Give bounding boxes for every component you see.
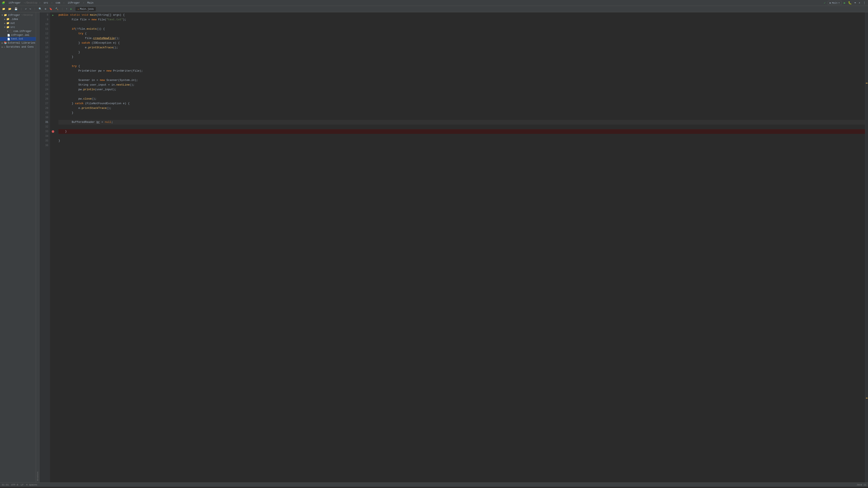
run-button[interactable]: ▶ [843, 1, 846, 5]
code-line-22: Scanner in = new Scanner(System.in); [59, 78, 865, 83]
separator2: | [33, 7, 37, 11]
arrow-icon: ▶ [1, 14, 4, 16]
breakpoint-33[interactable] [50, 129, 56, 134]
find-btn[interactable]: 🔍 [37, 7, 43, 11]
status-line-ending: LF [21, 484, 24, 486]
gutter-36 [50, 143, 56, 148]
gutter-16 [50, 50, 56, 55]
active-file-tab[interactable]: ☕ Main.java [75, 7, 96, 11]
sidebar-label-itproger: itProger [8, 14, 20, 17]
folder-icon: 📁 [6, 26, 9, 29]
sidebar-item-com-itproger[interactable]: ▶ ⬛ com.itProger [0, 29, 36, 33]
save-btn[interactable]: 💾 [13, 7, 19, 11]
sidebar-label-out: out [10, 22, 15, 25]
ln-8: 8 [39, 13, 48, 18]
gutter-30 [50, 115, 56, 120]
ln-31: 31 [39, 120, 48, 125]
settings-btn[interactable]: ⚙ [43, 7, 48, 11]
sidebar-label-src: src [10, 26, 15, 29]
redo-btn[interactable]: ↪ [28, 7, 32, 11]
status-indent: 4 spaces [26, 484, 37, 486]
run-config-dropdown-icon[interactable]: ▾ [838, 1, 840, 4]
arrow-icon: ▶ [4, 18, 5, 21]
ln-25: 25 [39, 92, 48, 97]
ln-21: 21 [39, 73, 48, 78]
status-encoding: UTF-8 [11, 484, 18, 486]
ln-23: 23 [39, 83, 48, 87]
code-line-8: public static void main(String[] args) { [59, 13, 865, 18]
arrow-icon: ▶ [4, 22, 5, 25]
coverage-button[interactable]: ☂ [854, 1, 856, 5]
run-configuration[interactable]: ▶ Main ▾ [828, 1, 842, 5]
run2-btn[interactable]: ▶ [69, 7, 73, 11]
code-line-36 [59, 143, 865, 148]
undo-btn[interactable]: ↩ [24, 7, 28, 11]
file-icon: 📄 [7, 38, 10, 40]
sidebar-item-iml[interactable]: 📄 itProger.iml [0, 33, 36, 37]
right-scroll-gutter[interactable] [865, 12, 868, 483]
nav-main[interactable]: Main [86, 1, 95, 5]
profile-button[interactable]: ⚡ [858, 1, 861, 5]
code-line-25 [59, 92, 865, 97]
build-btn[interactable]: 🔨 [54, 7, 60, 11]
sidebar-label-com-itproger: com.itProger [13, 30, 32, 33]
ln-14: 14 [39, 41, 48, 45]
code-line-28: e.printStackTrace(); [59, 106, 865, 110]
more-button[interactable]: ⋮ [863, 1, 866, 5]
checkmark-icon[interactable]: ✓ [824, 1, 826, 5]
project-toolbar-btn[interactable]: 📁 [1, 7, 6, 11]
ln-13: 13 [39, 36, 48, 41]
code-line-31: BufferedReader br = null; [59, 120, 865, 125]
structure-icon[interactable]: Structure [37, 472, 38, 481]
code-line-27: } catch (FileNotFoundException e) { [59, 101, 865, 106]
sidebar-item-scratches[interactable]: ▶ ✏️ Scratches and Cons [0, 45, 36, 49]
debug-button[interactable]: 🐛 [848, 1, 852, 5]
folder-icon: 📁 [6, 22, 9, 25]
bookmark-btn[interactable]: 🔖 [48, 7, 54, 11]
sidebar-item-text-txt[interactable]: 📄 text.txt [0, 37, 36, 41]
gutter-9 [50, 18, 56, 22]
code-line-30 [59, 115, 865, 120]
code-line-10 [59, 22, 865, 27]
sidebar-item-external-libs[interactable]: ▶ 📚 External Libraries [0, 41, 36, 45]
code-line-15: e.printStackTrace(); [59, 45, 865, 50]
gutter-25 [50, 92, 56, 97]
ln-12: 12 [39, 31, 48, 36]
run-line-8[interactable]: ▶ [50, 13, 56, 18]
folder-icon: 📁 [6, 18, 9, 21]
nav-itproger2[interactable]: itProger [66, 1, 82, 5]
main-content: ▶ 📁 itProger ~/Desktop ▶ 📁 .idea ▶ 📁 out… [0, 12, 868, 483]
sidebar-item-out[interactable]: ▶ 📁 out [0, 21, 36, 25]
ln-11: 11 [39, 27, 48, 31]
app-logo: 🧩 [2, 1, 5, 5]
title-bar: 🧩 itProger ~/Desktop › src › com › itPro… [0, 0, 868, 6]
code-line-20: PrintWriter pw = new PrintWriter(file); [59, 69, 865, 73]
sidebar-item-src[interactable]: ▶ 📁 src [0, 25, 36, 29]
code-editor[interactable]: 8 9 10 11 12 13 14 15 16 17 18 19 20 21 … [39, 12, 868, 483]
file-icon: 📄 [7, 34, 10, 37]
code-area[interactable]: public static void main(String[] args) {… [56, 12, 865, 483]
gutter-35 [50, 138, 56, 143]
code-line-14: } catch (IOException e) { [59, 41, 865, 45]
code-line-9: File file = new File("text.txt"); [59, 18, 865, 22]
line-numbers: 8 9 10 11 12 13 14 15 16 17 18 19 20 21 … [39, 12, 50, 483]
nav-itproger[interactable]: itProger [7, 1, 23, 5]
vcs-btn[interactable]: ↑ [65, 7, 69, 11]
sidebar-label-iml: itProger.iml [11, 34, 29, 37]
ln-15: 15 [39, 45, 48, 50]
arrow-icon: ▶ [2, 42, 3, 44]
ln-32: 32 [39, 125, 48, 129]
code-line-13: file.createNewFile(); [59, 36, 865, 41]
nav-src[interactable]: src [42, 1, 50, 5]
gutter-23 [50, 83, 56, 87]
nav-com[interactable]: com [54, 1, 62, 5]
package-icon: ⬛ [9, 30, 12, 33]
sidebar-item-idea[interactable]: ▶ 📁 .idea [0, 17, 36, 21]
open-btn[interactable]: 📂 [7, 7, 13, 11]
sidebar-item-itproger[interactable]: ▶ 📁 itProger ~/Desktop [0, 13, 36, 17]
scroll-marker-1 [866, 83, 868, 84]
sidebar-label-external-libs: External Libraries [8, 41, 35, 44]
folder-icon: 📚 [4, 41, 7, 44]
code-line-18 [59, 59, 865, 64]
gutter-14 [50, 41, 56, 45]
